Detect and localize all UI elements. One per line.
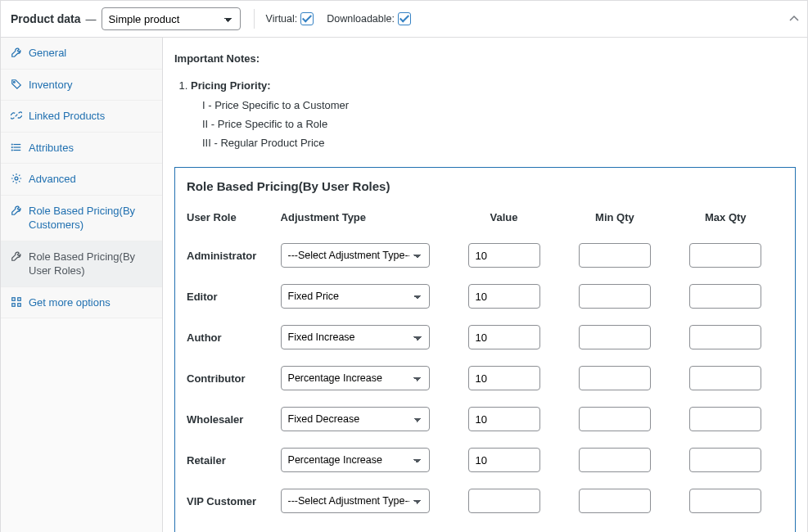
role-label: Administrator (187, 235, 281, 276)
collapse-toggle[interactable] (789, 14, 799, 24)
product-type-select[interactable]: Simple product (102, 7, 241, 30)
sidebar-item[interactable]: General (1, 38, 162, 70)
apps-icon (11, 296, 22, 308)
notes-title: Important Notes: (174, 52, 796, 65)
min-input[interactable] (579, 448, 651, 472)
adjustment-select[interactable]: ---Select Adjustment Type---Fixed PriceF… (281, 325, 430, 349)
col-header-adjustment: Adjustment Type (281, 205, 451, 235)
svg-rect-9 (18, 298, 21, 301)
panel-body: GeneralInventoryLinked ProductsAttribute… (1, 38, 807, 532)
sidebar-item-label: Get more options (29, 295, 152, 310)
value-input[interactable] (468, 284, 540, 309)
sidebar-item-label: General (29, 46, 152, 61)
gear-icon (11, 173, 22, 184)
col-header-min: Min Qty (562, 205, 672, 235)
svg-point-7 (15, 177, 18, 180)
max-input[interactable] (689, 489, 761, 513)
adjustment-select[interactable]: ---Select Adjustment Type---Fixed PriceF… (281, 489, 430, 513)
pricing-box: Role Based Pricing(By User Roles) User R… (174, 167, 796, 532)
sidebar-item-label: Advanced (29, 172, 152, 187)
wrench-icon (11, 47, 22, 58)
notes-sublines: I - Price Specific to a CustomerII - Pri… (191, 97, 796, 152)
notes-line: III - Regular Product Price (202, 134, 796, 153)
sidebar-item[interactable]: Inventory (1, 70, 162, 101)
notes-head: Pricing Priority: (191, 79, 271, 92)
max-input[interactable] (689, 407, 761, 431)
pricing-title: Role Based Pricing(By User Roles) (187, 179, 783, 193)
value-input[interactable] (468, 366, 540, 390)
svg-rect-8 (12, 298, 16, 301)
adjustment-select[interactable]: ---Select Adjustment Type---Fixed PriceF… (281, 284, 430, 309)
max-input[interactable] (689, 243, 761, 268)
svg-point-4 (11, 144, 12, 145)
wrench-icon (11, 205, 22, 216)
sidebar-item[interactable]: Advanced (1, 164, 162, 196)
panel-header: Product data — Simple product Virtual: D… (1, 1, 807, 38)
sidebar-item-label: Role Based Pricing(By Customers) (29, 204, 152, 232)
role-label: VIP Customer (187, 480, 281, 521)
sidebar-item[interactable]: Role Based Pricing(By Customers) (1, 196, 162, 241)
svg-point-6 (11, 150, 12, 151)
svg-rect-11 (18, 304, 21, 307)
sidebar-item-label: Inventory (29, 78, 152, 92)
downloadable-checkbox[interactable] (398, 12, 411, 25)
role-label: Retailer (187, 440, 281, 480)
max-input[interactable] (689, 366, 761, 390)
value-input[interactable] (468, 325, 540, 349)
svg-point-5 (11, 147, 12, 147)
product-data-panel: Product data — Simple product Virtual: D… (0, 0, 808, 532)
pricing-row: Retailer---Select Adjustment Type---Fixe… (187, 440, 783, 480)
wrench-icon (11, 250, 22, 262)
col-header-role: User Role (187, 205, 281, 235)
sidebar-item-label: Attributes (29, 141, 152, 156)
link-icon (11, 110, 22, 121)
content-area: Important Notes: Pricing Priority: I - P… (163, 38, 807, 532)
value-input[interactable] (468, 243, 540, 268)
min-input[interactable] (579, 325, 651, 349)
role-label: Contributor (187, 358, 281, 399)
downloadable-label: Downloadable: (327, 13, 395, 25)
sidebar-item[interactable]: Role Based Pricing(By User Roles) (1, 241, 162, 287)
value-input[interactable] (468, 407, 540, 431)
adjustment-select[interactable]: ---Select Adjustment Type---Fixed PriceF… (281, 243, 430, 268)
sidebar-item[interactable]: Attributes (1, 133, 162, 165)
caret-up-icon (789, 14, 799, 24)
min-input[interactable] (579, 243, 651, 268)
min-input[interactable] (579, 366, 651, 390)
adjustment-select[interactable]: ---Select Adjustment Type---Fixed PriceF… (281, 407, 430, 431)
header-separator (254, 9, 255, 29)
min-input[interactable] (579, 407, 651, 431)
panel-title-dash: — (86, 13, 97, 25)
role-label: Editor (187, 276, 281, 317)
min-input[interactable] (579, 489, 651, 513)
max-input[interactable] (689, 448, 761, 472)
svg-point-0 (14, 81, 16, 83)
pricing-row: VIP Customer---Select Adjustment Type---… (187, 480, 783, 521)
pricing-table: User Role Adjustment Type Value Min Qty … (187, 205, 783, 521)
adjustment-select[interactable]: ---Select Adjustment Type---Fixed PriceF… (281, 366, 430, 390)
max-input[interactable] (689, 325, 761, 349)
notes-line: I - Price Specific to a Customer (202, 97, 796, 115)
role-label: Wholesaler (187, 399, 281, 440)
svg-rect-10 (12, 304, 16, 307)
notes-line: II - Price Specific to a Role (202, 115, 796, 134)
sidebar-item[interactable]: Linked Products (1, 101, 162, 133)
max-input[interactable] (689, 284, 761, 309)
pricing-row: Wholesaler---Select Adjustment Type---Fi… (187, 399, 783, 440)
col-header-max: Max Qty (673, 205, 783, 235)
min-input[interactable] (579, 284, 651, 309)
col-header-value: Value (451, 205, 562, 235)
adjustment-select[interactable]: ---Select Adjustment Type---Fixed PriceF… (281, 448, 430, 472)
panel-title: Product data (11, 12, 81, 25)
pricing-row: Administrator---Select Adjustment Type--… (187, 235, 783, 276)
pricing-row: Editor---Select Adjustment Type---Fixed … (187, 276, 783, 317)
sidebar-item-label: Role Based Pricing(By User Roles) (29, 250, 152, 278)
pricing-row: Author---Select Adjustment Type---Fixed … (187, 317, 783, 358)
value-input[interactable] (468, 489, 540, 513)
sidebar-item[interactable]: Get more options (1, 287, 162, 319)
pricing-row: Contributor---Select Adjustment Type---F… (187, 358, 783, 399)
virtual-checkbox[interactable] (300, 12, 314, 25)
value-input[interactable] (468, 448, 540, 472)
sidebar: GeneralInventoryLinked ProductsAttribute… (1, 38, 163, 532)
tag-icon (11, 79, 22, 90)
